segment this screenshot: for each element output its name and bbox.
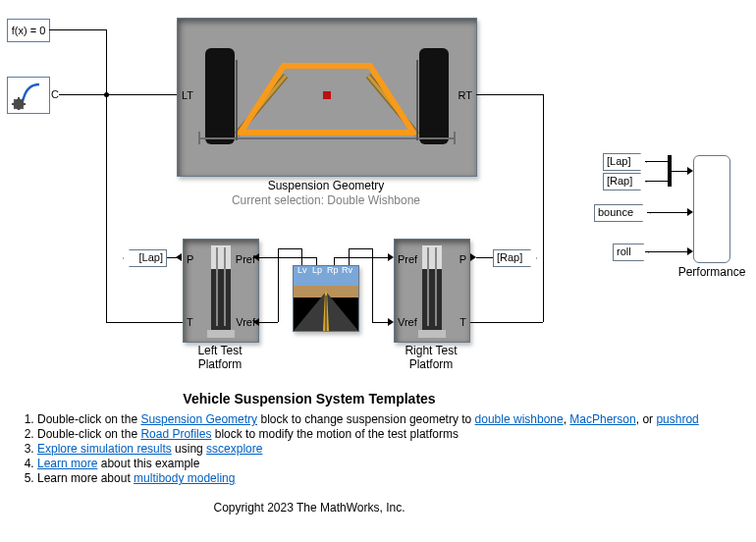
wire [106,29,107,94]
platform-piston-icon [395,240,469,342]
svg-rect-4 [12,103,15,105]
from-tag-bounce[interactable]: bounce [594,204,651,222]
goto-tag-rap[interactable]: [Rap] [493,249,537,267]
tag-text: roll [617,245,631,257]
link-sscexplore[interactable]: sscexplore [206,442,262,456]
wire [49,29,106,30]
suspension-geometry-icon [178,19,476,176]
link-double-wishbone[interactable]: double wishbone [475,412,564,426]
performance-scope-block[interactable] [693,155,730,263]
wire [645,251,691,252]
right-test-platform-block[interactable]: P T Pref Vref [394,239,470,343]
from-tag-roll[interactable]: roll [613,244,649,261]
link-macpherson[interactable]: MacPherson [569,412,635,426]
svg-rect-32 [418,330,446,338]
left-test-platform-caption: Left Test Platform [183,344,257,371]
wire [349,248,350,265]
platform-piston-icon [184,240,258,342]
instruction-5: Learn more about multibody modeling [37,471,756,485]
instruction-3: Explore simulation results using sscexpl… [37,442,756,456]
arrow [253,318,259,326]
wire [258,257,316,258]
link-learn-more-example[interactable]: Learn more [37,457,97,470]
link-multibody-modeling[interactable]: multibody modeling [134,471,235,485]
from-tag-lap[interactable]: [Lap] [603,153,647,171]
wire [349,248,372,249]
svg-rect-24 [211,269,231,330]
tag-text: bounce [598,206,633,218]
road-port-lp: Lp [312,265,322,275]
solver-fx-label: f(x) = 0 [12,25,46,36]
wire [645,161,668,162]
solver-port-c-label: C [51,88,59,100]
wire [278,248,279,322]
wire [316,257,317,265]
svg-rect-28 [422,245,442,269]
suspension-geometry-block[interactable]: LT RT [177,18,477,177]
tag-text: [Lap] [607,155,630,167]
road-profiles-block[interactable]: Lv Lp Rp Rv [293,265,359,332]
link-suspension-geometry[interactable]: Suspension Geometry [140,412,257,426]
wire [258,322,278,323]
link-road-profiles[interactable]: Road Profiles [140,427,211,441]
wire [334,257,335,265]
suspension-geometry-caption: Suspension Geometry [177,179,475,192]
tag-text: [Rap] [497,251,522,263]
simulink-canvas: f(x) = 0 C LT RT [0,0,756,542]
example-title: Vehicle Suspension System Templates [0,391,687,406]
wire [476,257,493,258]
wire [372,248,373,322]
svg-rect-5 [23,103,26,105]
instruction-2: Double-click on the Road Profiles block … [37,427,756,441]
link-pushrod[interactable]: pushrod [656,412,698,426]
performance-caption: Performance [674,265,750,279]
goto-tag-lap[interactable]: [Lap] [123,249,167,267]
wire [476,94,543,95]
svg-rect-10 [205,48,235,144]
wire [469,322,543,323]
wire [59,94,177,95]
instruction-4: Learn more about this example [37,457,756,470]
svg-rect-27 [207,330,235,338]
wire [647,212,691,213]
from-tag-rap[interactable]: [Rap] [603,173,647,190]
left-test-platform-block[interactable]: P T Pref Vref [183,239,259,343]
wire [543,94,544,322]
wire [334,257,392,258]
arrow [388,253,394,261]
wire [645,181,668,182]
arrow [388,318,394,326]
copyright-text: Copyright 2023 The MathWorks, Inc. [0,501,687,515]
instructions-list: Double-click on the Suspension Geometry … [10,412,756,486]
road-image-icon [294,266,358,331]
tag-text: [Lap] [139,251,163,263]
svg-rect-11 [419,48,449,144]
link-explore-results[interactable]: Explore simulation results [37,442,172,456]
svg-rect-23 [211,245,231,269]
svg-rect-3 [18,108,20,110]
svg-rect-25 [216,247,218,326]
svg-rect-29 [422,269,442,330]
instruction-1: Double-click on the Suspension Geometry … [37,412,756,426]
arrow [253,253,259,261]
solver-config-block[interactable] [7,77,50,114]
road-port-lv: Lv [297,265,307,275]
right-test-platform-caption: Right Test Platform [394,344,468,371]
road-port-rp: Rp [327,265,339,275]
solver-config-block-fx[interactable]: f(x) = 0 [7,19,50,42]
svg-rect-31 [435,247,437,326]
svg-rect-30 [427,247,429,326]
road-port-rv: Rv [342,265,352,275]
wire [106,94,107,322]
svg-rect-26 [224,247,226,326]
wire [278,248,301,249]
wire [106,322,183,323]
svg-rect-2 [18,97,20,100]
tag-text: [Rap] [607,175,632,187]
suspension-geometry-subcaption: Current selection: Double Wishbone [179,193,473,207]
solver-gear-icon [10,81,47,110]
svg-rect-20 [323,91,331,99]
